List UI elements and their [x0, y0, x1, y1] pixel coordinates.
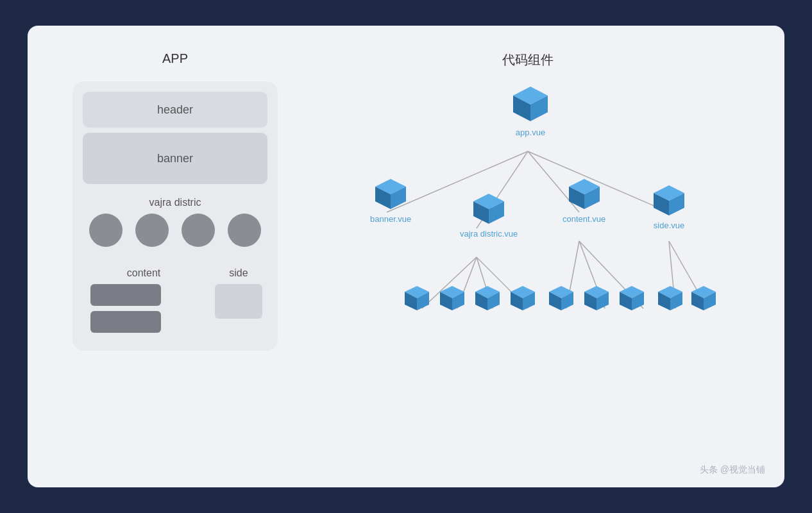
app-mockup: header banner vajra distric content — [72, 81, 278, 351]
cube-icon-child-v4 — [509, 284, 537, 312]
content-label: content — [90, 267, 197, 279]
cube-icon-child-c3 — [618, 284, 646, 312]
node-child-c1 — [547, 284, 575, 312]
cube-icon-content — [568, 177, 601, 210]
app-banner-block: banner — [83, 133, 267, 184]
app-bottom: content side — [83, 260, 267, 341]
cube-icon-root — [511, 84, 550, 124]
label-side-vue: side.vue — [654, 221, 684, 230]
vajra-icon-1 — [89, 214, 123, 247]
node-child-v2 — [438, 284, 466, 312]
tree-container: app.vue banner.vue vajra distric.vue — [329, 84, 727, 443]
cube-icon-child-c1 — [547, 284, 575, 312]
cube-icon-vajra — [472, 192, 505, 225]
watermark: 头条 @视觉当铺 — [700, 464, 765, 476]
vajra-icon-3 — [182, 214, 215, 247]
cube-icon-child-s2 — [689, 284, 718, 312]
node-vajra-vue: vajra distric.vue — [460, 192, 518, 239]
node-child-s2 — [689, 284, 718, 312]
left-section: APP header banner vajra distric content — [53, 51, 297, 351]
node-child-v1 — [403, 284, 431, 312]
app-title: APP — [162, 51, 188, 66]
node-child-c2 — [582, 284, 611, 312]
cube-icon-banner — [374, 177, 407, 210]
cube-icon-child-v3 — [473, 284, 502, 312]
app-content-block: content — [83, 260, 205, 341]
app-vajra-block: vajra distric — [83, 189, 267, 255]
app-side-block: side — [210, 260, 267, 341]
label-vajra-vue: vajra distric.vue — [460, 229, 518, 239]
node-side-vue: side.vue — [652, 183, 686, 230]
side-bar-1 — [215, 284, 262, 319]
tree-lines — [329, 84, 727, 443]
right-section: 代码组件 — [297, 51, 759, 443]
label-app-vue: app.vue — [516, 128, 545, 137]
app-header-block: header — [83, 92, 267, 128]
cube-icon-child-v1 — [403, 284, 431, 312]
label-content-vue: content.vue — [562, 214, 605, 224]
cube-icon-side — [652, 183, 686, 217]
label-banner-vue: banner.vue — [370, 214, 411, 224]
vajra-icon-4 — [228, 214, 261, 247]
node-child-v3 — [473, 284, 502, 312]
side-label: side — [215, 267, 262, 279]
cube-icon-child-s1 — [656, 284, 684, 312]
header-label: header — [157, 103, 193, 117]
cube-icon-child-v2 — [438, 284, 466, 312]
node-child-s1 — [656, 284, 684, 312]
node-child-c3 — [618, 284, 646, 312]
component-title: 代码组件 — [502, 51, 554, 69]
content-bar-1 — [90, 284, 161, 306]
vajra-icons — [89, 214, 261, 247]
content-bar-2 — [90, 311, 161, 333]
vajra-label: vajra distric — [149, 197, 201, 208]
banner-label: banner — [157, 152, 193, 165]
cube-icon-child-c2 — [582, 284, 611, 312]
node-content-vue: content.vue — [562, 177, 605, 224]
node-app-vue: app.vue — [511, 84, 550, 137]
node-child-v4 — [509, 284, 537, 312]
node-banner-vue: banner.vue — [370, 177, 411, 224]
main-card: APP header banner vajra distric content — [28, 26, 784, 487]
vajra-icon-2 — [135, 214, 169, 247]
